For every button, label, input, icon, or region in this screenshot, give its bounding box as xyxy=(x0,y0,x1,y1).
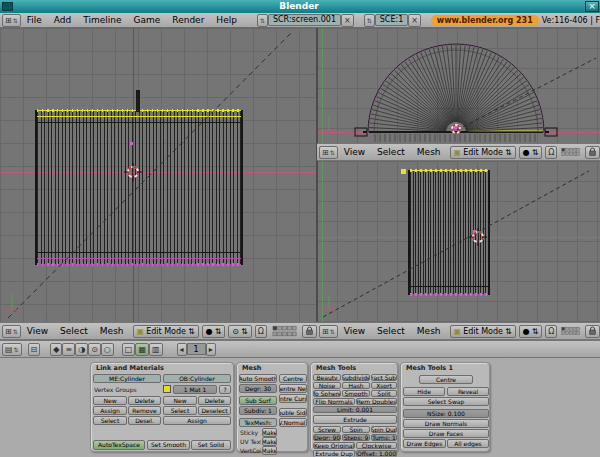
scene-delete-button[interactable]: × xyxy=(408,14,421,27)
mode-dropdown[interactable]: ▣ Edit Mode ⇅ xyxy=(450,146,516,159)
mesh-datablock-field[interactable]: ME:Cylinder xyxy=(93,374,161,383)
lock-button[interactable] xyxy=(585,325,600,338)
centre-button[interactable]: Centre xyxy=(419,375,473,384)
mode-dropdown[interactable]: ▣ Edit Mode ⇅ xyxy=(450,325,516,338)
degr-field[interactable]: Degr: 30 xyxy=(239,384,277,393)
proportional-edit-button[interactable]: Ω xyxy=(545,325,557,338)
set-smooth-button[interactable]: Set Smooth xyxy=(147,440,190,450)
no-vnormal-flip-toggle[interactable]: No V.Normal Flip xyxy=(279,418,307,427)
menu-add[interactable]: Add xyxy=(48,13,77,27)
object-datablock-field[interactable]: OB:Cylinder xyxy=(163,374,231,383)
material-select-button[interactable]: Select xyxy=(163,406,197,415)
hide-button[interactable]: Hide xyxy=(403,387,445,396)
material-deselect-button[interactable]: Deselect xyxy=(198,406,231,415)
script-context-button[interactable]: ≡ xyxy=(62,343,75,356)
panel-title[interactable]: Mesh Tools xyxy=(316,364,356,372)
material-new-button[interactable]: New xyxy=(163,396,197,405)
buttons-workspace[interactable]: Link and Materials ME:Cylinder OB:Cylind… xyxy=(0,358,600,457)
offset-field[interactable]: Offset: 1.000 xyxy=(356,450,397,457)
xsort-button[interactable]: Xsort xyxy=(371,382,397,389)
fract-subd-button[interactable]: Fract Subd xyxy=(371,374,397,381)
lock-button[interactable] xyxy=(585,146,600,159)
material-color-swatch[interactable] xyxy=(163,385,171,393)
vgroup-new-button[interactable]: New xyxy=(93,396,127,405)
window-titlebar[interactable]: Blender × xyxy=(0,0,600,13)
centre-button[interactable]: Centre xyxy=(279,374,307,383)
nsize-field[interactable]: NSize: 0.100 xyxy=(403,409,489,418)
uv-texture-make-button[interactable]: Make xyxy=(262,437,277,446)
select-menu[interactable]: Select xyxy=(371,145,411,159)
mesh-menu[interactable]: Mesh xyxy=(411,145,447,159)
view-menu[interactable]: View xyxy=(338,145,371,159)
draw-mode-dropdown[interactable]: ● ⇅ xyxy=(202,325,226,338)
frame-next-button[interactable]: ▸ xyxy=(206,343,216,356)
set-solid-button[interactable]: Set Solid xyxy=(191,440,231,450)
subdiv-field[interactable]: Subdiv: 1 xyxy=(239,406,277,415)
menu-file[interactable]: File xyxy=(21,13,48,27)
layers-widget[interactable] xyxy=(561,146,581,158)
material-delete-button[interactable]: Delete xyxy=(198,396,231,405)
window-menu-icon[interactable] xyxy=(2,2,13,11)
screen-name-field[interactable]: SCR:screen.001 xyxy=(268,14,341,26)
frame-number-field[interactable]: 1 xyxy=(187,343,206,355)
editor-type-button[interactable]: ⊞ ⇅ xyxy=(319,146,338,159)
screen-browse-button[interactable]: ⇅ xyxy=(257,14,268,27)
frame-spinner[interactable]: ◂ 1 ▸ xyxy=(177,343,216,355)
split-button[interactable]: Split xyxy=(371,390,397,397)
logic-context-button[interactable]: ◆ xyxy=(50,343,62,356)
material-assign-button[interactable]: Assign xyxy=(163,416,231,425)
draw-mode-dropdown[interactable]: ● ⇅ xyxy=(519,146,543,159)
steps-field[interactable]: Steps: 9 xyxy=(342,434,370,441)
scene-browse-button[interactable]: ⇅ xyxy=(364,14,375,27)
panel-menu-button[interactable]: ⊟ xyxy=(28,343,41,356)
menu-help[interactable]: Help xyxy=(210,13,243,27)
subsurf-toggle[interactable]: Sub Surf xyxy=(239,396,277,405)
screen-delete-button[interactable]: × xyxy=(341,14,354,27)
object-context-button[interactable]: □ xyxy=(122,343,136,356)
editor-type-button[interactable]: ⊞ ⇅ xyxy=(319,325,338,338)
degr-spin-field[interactable]: Degr: 90 xyxy=(313,434,341,441)
window-type-button[interactable]: ⊞ ⇅ xyxy=(2,14,21,27)
viewport-3d-top[interactable] xyxy=(317,28,600,143)
mesh-menu[interactable]: Mesh xyxy=(411,324,447,338)
vgroup-remove-button[interactable]: Remove xyxy=(128,406,161,415)
screw-button[interactable]: Screw xyxy=(313,426,341,433)
layers-widget[interactable] xyxy=(561,325,581,337)
mesh-menu[interactable]: Mesh xyxy=(94,324,130,338)
vgroup-deselect-button[interactable]: Desel. xyxy=(128,416,161,425)
lock-button[interactable] xyxy=(302,325,317,338)
hash-button[interactable]: Hash xyxy=(342,382,370,389)
centre-cursor-button[interactable]: Centre Cursor xyxy=(279,394,307,403)
frame-prev-button[interactable]: ◂ xyxy=(177,343,187,356)
window-close-button[interactable]: × xyxy=(585,1,599,12)
viewport-3d-side[interactable] xyxy=(317,161,600,322)
sticky-make-button[interactable]: Make xyxy=(262,428,277,437)
vgroup-assign-button[interactable]: Assign xyxy=(93,406,127,415)
limit-slider[interactable]: Limit: 0.001 xyxy=(313,406,397,413)
pivot-dropdown[interactable]: ⊙ ⇅ xyxy=(228,325,251,338)
world-context-button[interactable]: ○ xyxy=(101,343,114,356)
select-menu[interactable]: Select xyxy=(54,324,94,338)
spin-button[interactable]: Spin xyxy=(342,426,370,433)
proportional-edit-button[interactable]: Ω xyxy=(545,146,557,159)
draw-mode-dropdown[interactable]: ● ⇅ xyxy=(519,325,543,338)
vertcol-make-button[interactable]: Make xyxy=(262,446,277,455)
select-menu[interactable]: Select xyxy=(371,324,411,338)
double-sided-toggle[interactable]: Double Sided xyxy=(279,408,307,417)
material-question-button[interactable]: ? xyxy=(219,385,231,394)
turns-field[interactable]: Turns: 1 xyxy=(371,434,397,441)
viewport-3d-main[interactable] xyxy=(0,28,317,322)
all-edges-toggle[interactable]: All edges xyxy=(447,439,489,448)
autotexspace-toggle[interactable]: AutoTexSpace xyxy=(93,440,145,450)
subdivide-button[interactable]: Subdivide xyxy=(342,374,370,381)
keep-original-toggle[interactable]: Keep Original xyxy=(313,442,355,449)
rem-doubles-button[interactable]: Rem Doubles xyxy=(356,398,397,405)
vgroup-select-button[interactable]: Select xyxy=(93,416,127,425)
lamp-context-button[interactable]: ⊙ xyxy=(88,343,101,356)
vgroup-delete-button[interactable]: Delete xyxy=(128,396,161,405)
material-index-field[interactable]: 1 Mat 1 xyxy=(173,385,217,394)
beauty-toggle[interactable]: Beauty xyxy=(313,374,341,381)
smooth-button[interactable]: Smooth xyxy=(342,390,370,397)
viewport-divider[interactable] xyxy=(316,28,318,340)
draw-edges-toggle[interactable]: Draw Edges xyxy=(403,439,446,448)
